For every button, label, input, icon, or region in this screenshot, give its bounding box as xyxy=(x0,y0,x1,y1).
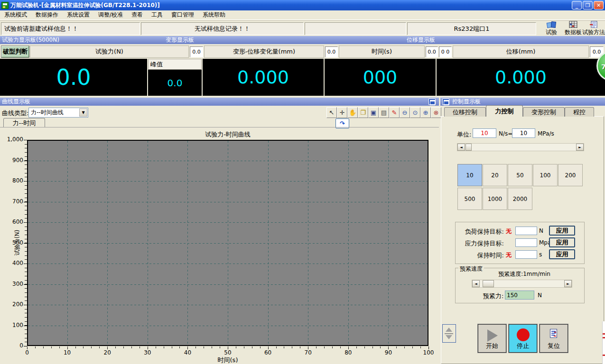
pretension-scrollbar-thumb[interactable] xyxy=(483,280,494,287)
unit-value-mpa-input[interactable]: 10 xyxy=(512,128,535,138)
reset-doc-icon xyxy=(550,329,557,338)
curve-panel-header: 曲线显示板 xyxy=(0,98,439,106)
hold-row-label-1: 应力保持目标: xyxy=(458,239,504,248)
stop-button[interactable]: 停止 xyxy=(509,324,537,353)
print-icon[interactable]: ▤ xyxy=(379,107,389,118)
curve-type-dropdown[interactable]: 力--时间曲线 ▼ xyxy=(28,108,88,118)
save-icon[interactable]: ▣ xyxy=(368,107,379,118)
y-tick-label: 1,000 xyxy=(3,136,23,143)
time-display: 000 xyxy=(325,59,436,96)
chevron-down-icon[interactable]: ▼ xyxy=(79,109,87,117)
grid-line-v xyxy=(388,141,389,345)
tab-force-time[interactable]: 力--时间 xyxy=(3,118,45,127)
control-tab-3[interactable]: 变形控制 xyxy=(523,107,565,117)
hold-row-input-1[interactable] xyxy=(515,238,537,247)
reset-button[interactable]: 复位 xyxy=(540,324,568,353)
y-tick-label: 200 xyxy=(3,301,23,308)
datapanel-toolbutton-label: 数据板 xyxy=(565,28,582,36)
test-toolbutton[interactable]: 试验 xyxy=(540,21,562,36)
hold-row-apply-button-1[interactable]: 应用 xyxy=(549,237,575,247)
copy-color-icon[interactable]: ❐ xyxy=(358,107,368,118)
app-window: 万能试验机-[金属材料室温拉伸试验(GB/T228.1-2010)] _ ❐ ✕… xyxy=(0,0,605,364)
speed-button-10[interactable]: 10 xyxy=(457,164,482,186)
empty-status-box xyxy=(305,22,406,35)
control-tab-1[interactable]: 位移控制 xyxy=(444,107,486,117)
menu-window-manage[interactable]: 窗口管理 xyxy=(167,10,198,20)
pretension-scroll-right-arrow[interactable]: ► xyxy=(564,280,572,287)
zoom-in-icon[interactable]: ⊕ xyxy=(420,107,431,118)
stop-button-label: 停止 xyxy=(509,342,537,350)
pointer-icon[interactable]: ↖ xyxy=(326,107,337,118)
data-grid-icon xyxy=(569,21,577,28)
rate-scrollbar[interactable]: ◄ ► xyxy=(457,143,584,151)
peak-display-value: 0.0 xyxy=(168,77,183,89)
hold-row-input-2[interactable] xyxy=(515,250,537,259)
port-status-box: Rs232端口1 xyxy=(407,22,536,35)
x-tick-label: 20 xyxy=(98,349,117,356)
zoom-reset-icon[interactable]: ⊗ xyxy=(431,107,441,118)
unit-value-n-input[interactable]: 10 xyxy=(473,128,496,138)
speed-button-1000[interactable]: 1000 xyxy=(483,188,507,210)
hold-row-apply-button-2[interactable]: 应用 xyxy=(549,249,575,259)
curve-restore-icon[interactable] xyxy=(428,99,436,105)
close-button[interactable]: ✕ xyxy=(594,1,604,9)
control-restore-icon[interactable] xyxy=(442,99,449,105)
hold-row-apply-button-0[interactable]: 应用 xyxy=(549,226,575,236)
speed-button-50[interactable]: 50 xyxy=(508,164,532,186)
zoom-icon[interactable]: ⊙ xyxy=(410,107,420,118)
control-panel-title: 控制显示板 xyxy=(452,98,481,106)
reset-button-label: 复位 xyxy=(540,342,568,350)
hold-row-unit-0: N xyxy=(539,228,543,234)
minimize-button[interactable]: _ xyxy=(572,1,582,9)
pretension-force-label: 预紧力: xyxy=(483,292,503,300)
restore-button[interactable]: ❐ xyxy=(583,1,593,9)
hold-row-label-0: 负荷保持目标: xyxy=(458,228,504,236)
menu-system-mode[interactable]: 系统模式 xyxy=(0,10,31,20)
control-tab-2[interactable]: 力控制 xyxy=(486,105,523,117)
datapanel-toolbutton[interactable]: 数据板 xyxy=(562,21,584,36)
grid-line-v xyxy=(148,141,148,345)
move-crosshair-icon[interactable]: ✛ xyxy=(337,107,347,118)
y-tick-label: 300 xyxy=(3,281,23,287)
status-toolbar: 试验前请新建试样信息！！ 无试样信息记录！！ Rs232端口1 试验 数据板 xyxy=(0,20,605,36)
scroll-right-arrow[interactable]: ► xyxy=(576,144,584,151)
pretension-force-unit: N xyxy=(538,292,542,299)
speed-button-200[interactable]: 200 xyxy=(558,164,583,186)
menu-system-help[interactable]: 系统帮助 xyxy=(198,10,230,20)
menu-view[interactable]: 查看 xyxy=(127,10,147,20)
pretension-scroll-left-arrow[interactable]: ◄ xyxy=(472,280,480,287)
force-panel-header: 试验力显示板(5000N) xyxy=(0,36,164,44)
scrollbar-thumb[interactable] xyxy=(465,144,472,151)
scroll-left-arrow[interactable]: ◄ xyxy=(457,144,465,151)
jog-updown-button[interactable] xyxy=(442,324,456,343)
start-button[interactable]: 开始 xyxy=(478,324,506,353)
deform-panel-header: 变形显示板 xyxy=(164,36,405,44)
deform-label-cell: 变形-位移变化量(mm) xyxy=(204,46,324,58)
speed-button-100[interactable]: 100 xyxy=(533,164,558,186)
force-display-value: 0.0 xyxy=(56,64,91,90)
menu-system-settings[interactable]: 系统设置 xyxy=(63,10,94,20)
zoom-out-icon[interactable]: ⊖ xyxy=(400,107,410,118)
pretension-scrollbar[interactable]: ◄ ► xyxy=(472,280,572,288)
menu-tools[interactable]: 工具 xyxy=(147,10,167,20)
x-tick-label: 50 xyxy=(218,349,237,356)
pretension-speed-text: 预紧速度:1mm/min xyxy=(479,270,569,278)
tabstrip-line xyxy=(0,127,439,127)
speed-button-2000[interactable]: 2000 xyxy=(508,188,532,210)
peak-display: 0.0 xyxy=(148,70,202,96)
annotate-pen-icon[interactable]: ✎ xyxy=(389,107,400,118)
menu-data-operation[interactable]: 数据操作 xyxy=(31,10,63,20)
displacement-panel-header: 位移显示板 xyxy=(405,36,605,44)
play-icon xyxy=(487,329,498,342)
speed-button-20[interactable]: 20 xyxy=(483,164,507,186)
break-detect-button[interactable]: 破型判断 xyxy=(1,46,29,57)
testmethod-toolbutton[interactable]: 试验方法 xyxy=(583,21,605,36)
speed-button-500[interactable]: 500 xyxy=(457,188,482,210)
pan-hand-icon[interactable]: ✋ xyxy=(347,107,358,118)
menu-adjust-calibrate[interactable]: 调整/校准 xyxy=(94,10,127,20)
grid-line-v xyxy=(67,141,68,345)
pretension-force-input[interactable]: 150 xyxy=(505,291,534,300)
x-tick-label: 70 xyxy=(298,349,317,356)
hold-row-input-0[interactable] xyxy=(515,227,537,235)
control-tab-4[interactable]: 程控 xyxy=(565,107,594,117)
